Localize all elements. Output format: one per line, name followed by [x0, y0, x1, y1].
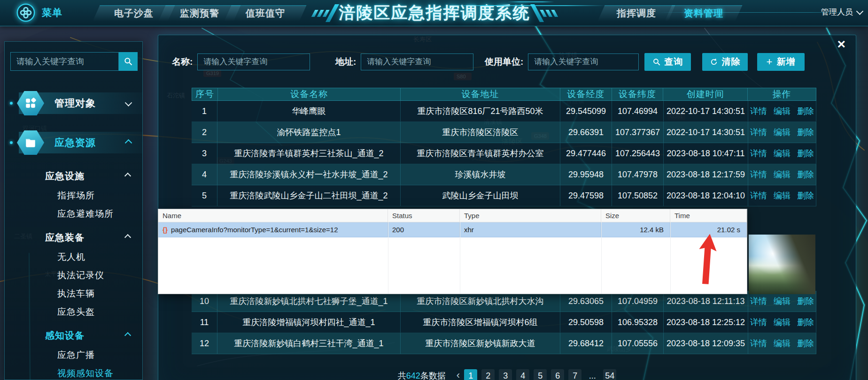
tree-item-label: 应急避难场所: [57, 208, 114, 220]
device-management-panel: × 名称: 地址: 使用单位: 查询 清除 + 新增 序号设备名称设备地址设备经…: [158, 35, 856, 380]
tree-item-label: 执法记录仪: [57, 269, 104, 281]
action-link[interactable]: 详情: [750, 148, 767, 159]
action-link[interactable]: 详情: [750, 169, 767, 180]
tree-item-label: 应急广播: [57, 349, 95, 361]
action-link[interactable]: 删除: [797, 127, 814, 138]
table-cell: 3: [192, 143, 217, 164]
sidebar-group-management-objects[interactable]: 管理对象: [5, 91, 142, 115]
table-row: 3重庆涪陵青羊镇群英村三社茶山_通道_2重庆市涪陵区青羊镇群英村办公室29.47…: [192, 143, 816, 164]
tree-item[interactable]: 执法车辆: [5, 284, 142, 303]
table-cell: 武陵山乡金子山田坝: [401, 185, 560, 206]
action-link[interactable]: 删除: [797, 106, 814, 117]
table-cell: 重庆市涪陵区816厂21号路西50米: [401, 101, 560, 122]
tab-command-dispatch[interactable]: 指挥调度: [601, 5, 672, 21]
tab-data-management[interactable]: 资料管理: [668, 5, 739, 21]
page-button[interactable]: 7: [568, 369, 581, 380]
group-label: 应急资源: [54, 136, 96, 149]
network-header-cell: Type: [460, 209, 601, 222]
tree-item[interactable]: 应急广播: [5, 346, 142, 364]
request-type-cell: xhr: [460, 222, 601, 237]
add-button[interactable]: + 新增: [757, 53, 805, 71]
page-button[interactable]: 1: [464, 369, 477, 380]
action-link[interactable]: 详情: [750, 317, 767, 328]
using-unit-filter-input[interactable]: [528, 53, 639, 70]
tree-item[interactable]: 无人机: [5, 248, 142, 266]
name-filter-input[interactable]: [197, 53, 310, 70]
request-status-cell: 200: [388, 222, 460, 237]
page-button[interactable]: 5: [534, 369, 547, 380]
tree-item[interactable]: 应急装备: [5, 227, 142, 248]
action-link[interactable]: 删除: [797, 338, 814, 349]
title-left-decoration: [308, 4, 339, 22]
action-link[interactable]: 编辑: [774, 169, 790, 180]
table-cell: 渝怀铁路监控点1: [217, 122, 401, 143]
action-link[interactable]: 编辑: [774, 148, 790, 159]
tree-item-label: 指挥场所: [57, 190, 95, 202]
table-header-cell: 操作: [748, 88, 816, 100]
action-link[interactable]: 编辑: [774, 338, 790, 349]
action-link[interactable]: 编辑: [774, 127, 790, 138]
network-request-row[interactable]: {} pageCameraInfo?monitorType=1&current=…: [158, 222, 747, 237]
title-zone: 涪陵区应急指挥调度系统: [289, 0, 580, 26]
tree-item[interactable]: 应急设施: [5, 166, 142, 186]
previous-page-button[interactable]: ‹: [457, 369, 460, 380]
table-cell: 11: [192, 312, 217, 333]
tree-item[interactable]: 感知设备: [5, 325, 142, 346]
plus-icon: +: [767, 58, 773, 66]
table-cell: 29.68412: [560, 333, 612, 354]
sidebar-search-input[interactable]: [10, 52, 119, 71]
page-button[interactable]: 6: [551, 369, 564, 380]
total-count: 共642条数据: [398, 369, 446, 380]
table-cell: 29.50598: [560, 312, 612, 333]
table-cell: 重庆市涪陵区涪陵区: [401, 122, 560, 143]
page-button[interactable]: 3: [499, 369, 512, 380]
table-cell: 2023-08-18 12:04:10: [664, 185, 748, 206]
tree-item[interactable]: 应急避难场所: [5, 205, 142, 223]
network-header-cell: Size: [601, 209, 670, 222]
table-row: 12重庆涪陵新妙镇白鹤村三社干湾_通道_1重庆市涪陵区新妙镇新政大道29.684…: [192, 333, 816, 354]
table-cell: 107.47978: [612, 164, 664, 185]
sidebar-group-emergency-resources[interactable]: 应急资源: [5, 131, 142, 154]
table-cell: 重庆市涪陵区增福镇河坝村6组: [401, 312, 560, 333]
table-row-actions: 详情编辑删除: [748, 164, 816, 185]
table-cell: 2023-08-18 12:09:35: [664, 333, 748, 354]
chevron-up-icon: [125, 139, 132, 146]
tree-item[interactable]: 视频感知设备: [5, 364, 142, 380]
page-button[interactable]: 2: [481, 369, 495, 380]
action-link[interactable]: 删除: [797, 296, 814, 307]
action-link[interactable]: 详情: [750, 106, 767, 117]
filter-using-unit: 使用单位:: [485, 53, 639, 71]
action-link[interactable]: 详情: [750, 338, 767, 349]
action-link[interactable]: 删除: [797, 148, 814, 159]
menu-label: 菜单: [42, 6, 62, 19]
clear-button[interactable]: 清除: [702, 53, 748, 71]
action-link[interactable]: 详情: [750, 296, 767, 307]
tree-item[interactable]: 执法记录仪: [5, 266, 142, 284]
action-link[interactable]: 详情: [750, 190, 767, 201]
action-link[interactable]: 详情: [750, 127, 767, 138]
action-link[interactable]: 编辑: [774, 317, 790, 328]
page-button[interactable]: 4: [516, 369, 529, 380]
action-link[interactable]: 删除: [797, 169, 814, 180]
tree-item[interactable]: 指挥场所: [5, 186, 142, 205]
network-header-row: NameStatusTypeSizeTime: [158, 209, 747, 222]
action-link[interactable]: 编辑: [774, 190, 790, 201]
tree-item[interactable]: 应急头盔: [5, 303, 142, 321]
red-arrow-annotation: [693, 234, 722, 286]
action-link[interactable]: 删除: [797, 190, 814, 201]
sidebar-search-button[interactable]: [119, 52, 138, 71]
query-button[interactable]: 查询: [644, 53, 691, 71]
action-link[interactable]: 编辑: [774, 106, 790, 117]
address-filter-input[interactable]: [361, 53, 473, 70]
table-header-cell: 设备经度: [560, 88, 612, 100]
refresh-icon: [710, 58, 718, 66]
close-icon[interactable]: ×: [837, 37, 845, 51]
table-cell: 5: [192, 185, 217, 206]
menu-button[interactable]: 菜单: [16, 3, 62, 23]
table-row-actions: 详情编辑删除: [748, 185, 816, 206]
action-link[interactable]: 编辑: [774, 296, 790, 307]
page-button[interactable]: 54: [603, 369, 616, 380]
table-cell: 珍溪镇水井坡: [401, 164, 560, 185]
tree-item-label: 应急头盔: [57, 306, 95, 318]
action-link[interactable]: 删除: [797, 317, 814, 328]
